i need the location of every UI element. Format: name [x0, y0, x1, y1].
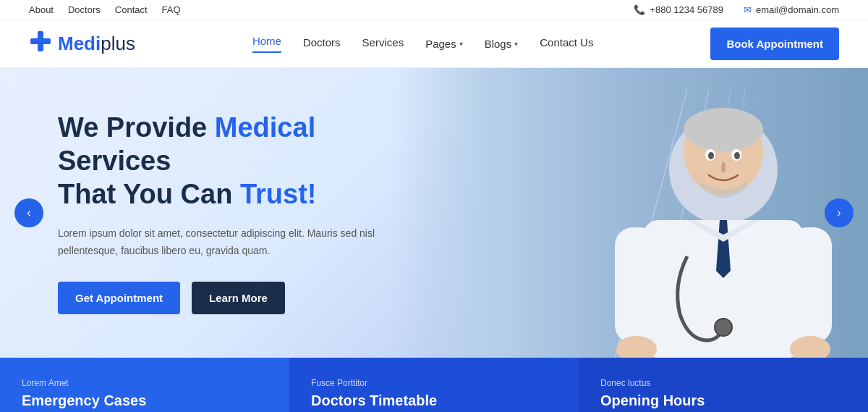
card-hours-title: Opening Hours [600, 392, 846, 409]
nav-contact-us[interactable]: Contact Us [540, 36, 593, 51]
logo-text: Mediplus [58, 33, 135, 55]
card-hours: Donec luctus Opening Hours Monday - Frid… [579, 358, 868, 412]
phone-icon: 📞 [634, 4, 645, 15]
book-appointment-button[interactable]: Book Appointment [710, 28, 839, 60]
cards-section: Lorem Amet Emergency Cases Lorem ipsum d… [0, 358, 868, 412]
top-link-contact[interactable]: Contact [115, 4, 148, 15]
email-icon: ✉ [744, 4, 752, 15]
email-address: email@domain.com [756, 4, 839, 15]
carousel-prev-button[interactable]: ‹ [14, 198, 43, 227]
card-emergency-title: Emergency Cases [22, 392, 268, 409]
nav-blogs[interactable]: Blogs ▾ [485, 38, 519, 50]
svg-point-20 [708, 152, 714, 159]
nav-home[interactable]: Home [252, 35, 281, 53]
card-emergency-subtitle: Lorem Amet [22, 378, 268, 388]
blogs-chevron-icon: ▾ [514, 40, 518, 48]
hero-title: We Provide Medical Services That You Can… [58, 112, 376, 211]
svg-point-21 [734, 152, 740, 159]
svg-rect-1 [38, 31, 43, 51]
svg-rect-15 [788, 227, 832, 343]
nav-pages[interactable]: Pages ▾ [425, 38, 463, 50]
svg-point-9 [684, 108, 763, 151]
learn-more-button[interactable]: Learn More [192, 282, 285, 314]
card-hours-subtitle: Donec luctus [600, 378, 846, 388]
card-timetable-subtitle: Fusce Porttitor [311, 378, 557, 388]
top-bar: About Doctors Contact FAQ 📞 +880 1234 56… [0, 0, 868, 20]
top-link-doctors[interactable]: Doctors [68, 4, 101, 15]
hero-buttons: Get Appointment Learn More [58, 282, 376, 314]
nav-doctors[interactable]: Doctors [303, 36, 341, 51]
logo-icon [29, 30, 52, 58]
main-nav: Home Doctors Services Pages ▾ Blogs ▾ Co… [252, 35, 594, 53]
svg-point-13 [715, 319, 732, 336]
hero-image [391, 68, 868, 358]
pages-chevron-icon: ▾ [459, 40, 463, 48]
phone-number: +880 1234 56789 [650, 4, 723, 15]
hero-content: We Provide Medical Services That You Can… [0, 83, 434, 342]
phone-item: 📞 +880 1234 56789 [634, 4, 723, 15]
carousel-next-button[interactable]: › [825, 198, 854, 227]
top-links: About Doctors Contact FAQ [29, 4, 181, 15]
header: Mediplus Home Doctors Services Pages ▾ B… [0, 20, 868, 68]
logo[interactable]: Mediplus [29, 30, 135, 58]
hero-section: ‹ We Provide Medical Services That You C… [0, 68, 868, 358]
doctor-illustration [506, 68, 868, 358]
svg-rect-14 [615, 227, 658, 343]
card-timetable: Fusce Porttitor Doctors Timetable Lorem … [289, 358, 579, 412]
top-link-about[interactable]: About [29, 4, 54, 15]
hero-description: Lorem ipsum dolor sit amet, consectetur … [58, 225, 376, 260]
get-appointment-button[interactable]: Get Appointment [58, 282, 180, 314]
top-link-faq[interactable]: FAQ [162, 4, 181, 15]
card-emergency: Lorem Amet Emergency Cases Lorem ipsum d… [0, 358, 289, 412]
nav-services[interactable]: Services [362, 36, 404, 51]
card-timetable-title: Doctors Timetable [311, 392, 557, 409]
email-item: ✉ email@domain.com [744, 4, 839, 15]
